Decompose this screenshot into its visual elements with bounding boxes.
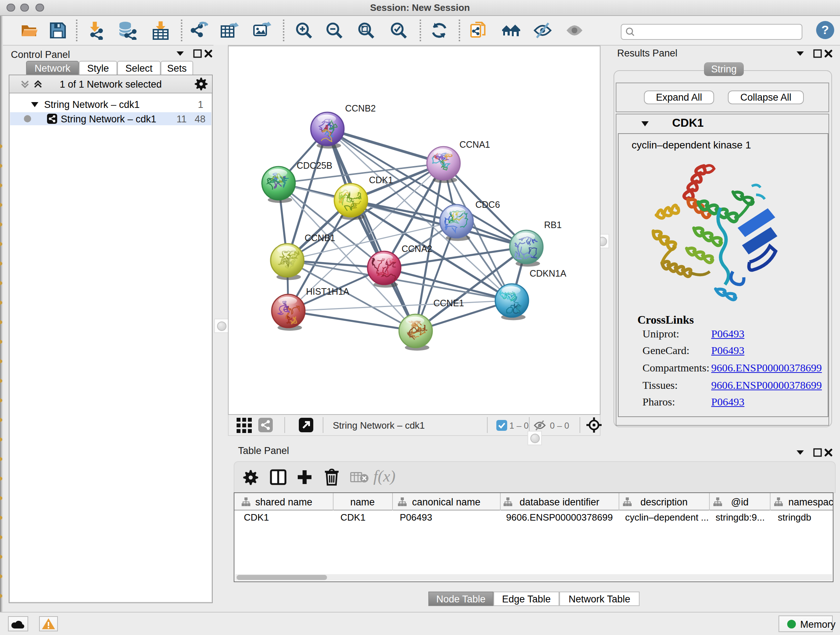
svg-text:HIST1H1A: HIST1H1A bbox=[306, 287, 349, 296]
svg-text:RB1: RB1 bbox=[544, 220, 562, 230]
svg-text:CDK1: CDK1 bbox=[369, 175, 393, 185]
svg-text:CCNA1: CCNA1 bbox=[459, 139, 490, 149]
svg-text:CCNB1: CCNB1 bbox=[305, 233, 335, 243]
svg-text:CCNA2: CCNA2 bbox=[401, 244, 432, 254]
svg-text:CCNE1: CCNE1 bbox=[433, 298, 464, 308]
svg-text:CDC25B: CDC25B bbox=[297, 160, 332, 171]
svg-text:CCNB2: CCNB2 bbox=[345, 103, 376, 113]
svg-text:CDKN1A: CDKN1A bbox=[530, 268, 567, 279]
svg-text:CDC6: CDC6 bbox=[475, 200, 500, 210]
